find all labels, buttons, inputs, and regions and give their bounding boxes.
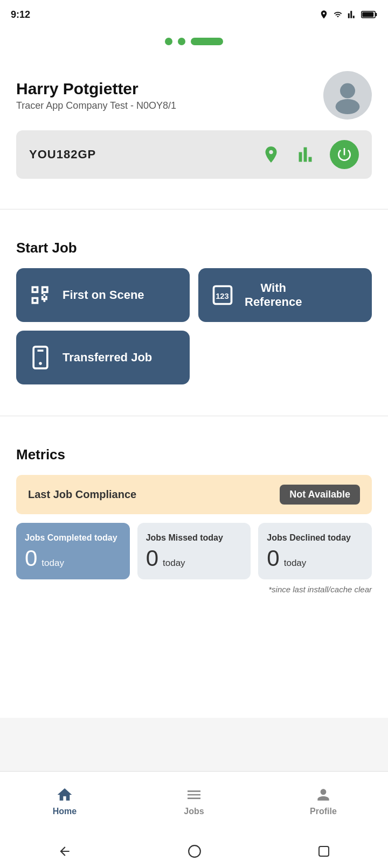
compliance-bar: Last Job Compliance Not Available [16,475,372,514]
svg-point-3 [340,83,355,99]
jobs-missed-today: today [163,558,185,569]
onboarding-dots [0,27,388,58]
location-button-icon [261,145,281,164]
status-icons [319,9,377,20]
ref-icon: 123 [209,282,236,309]
bottom-nav: Home Jobs Profile [0,771,388,836]
home-nav-label: Home [53,807,77,816]
transferred-job-label: Transferred Job [63,351,152,365]
back-icon [58,844,72,858]
with-reference-label: WithReference [245,281,302,310]
jobs-declined-title: Jobs Declined today [267,533,363,544]
location-button[interactable] [257,140,286,169]
jobs-completed-title: Jobs Completed today [25,533,121,544]
signal-status-icon [347,10,358,19]
svg-rect-2 [362,12,373,17]
android-home-button[interactable] [188,844,202,860]
user-name: Harry Potgietter [16,80,176,98]
wifi-status-icon [332,10,344,19]
svg-point-10 [189,845,200,857]
signal-button[interactable] [293,140,322,169]
metrics-section: Metrics Last Job Compliance Not Availabl… [0,431,388,610]
first-on-scene-label: First on Scene [63,288,144,302]
svg-point-9 [39,362,42,365]
first-on-scene-button[interactable]: First on Scene [16,268,190,322]
jobs-completed-number: 0 [25,547,37,570]
start-job-section: Start Job First on Scene [0,225,388,401]
svg-rect-11 [319,846,329,856]
svg-point-4 [336,99,360,114]
onboarding-dot-2[interactable] [178,38,185,45]
compliance-label: Last Job Compliance [28,488,136,501]
jobs-nav-icon [185,786,203,803]
metrics-grid: Jobs Completed today 0 today Jobs Missed… [16,523,372,579]
jobs-missed-number: 0 [146,547,158,570]
signal-button-icon [298,145,317,164]
start-job-title: Start Job [16,225,372,268]
location-status-icon [319,9,329,20]
nav-home[interactable]: Home [0,772,129,836]
job-buttons: First on Scene 123 WithReference [16,268,372,401]
phone-icon [27,344,54,371]
qr-icon [27,282,54,309]
onboarding-dot-1[interactable] [165,38,172,45]
jobs-nav-label: Jobs [184,807,204,816]
jobs-declined-today: today [284,558,307,569]
jobs-missed-title: Jobs Missed today [146,533,242,544]
avatar-icon [329,76,366,114]
power-button[interactable] [330,140,359,169]
section-divider-2 [0,416,388,416]
svg-text:123: 123 [216,292,228,300]
jobs-declined-value: 0 today [267,547,363,570]
profile-nav-icon [315,786,332,803]
profile-nav-label: Profile [310,807,337,816]
status-bar: 9:12 [0,0,388,27]
jobs-missed-value: 0 today [146,547,242,570]
section-divider-1 [0,209,388,209]
jobs-completed-today: today [41,558,64,569]
jobs-completed-card: Jobs Completed today 0 today [16,523,130,579]
vehicle-card: YOU182GP [16,130,372,179]
power-button-icon [336,146,353,163]
compliance-badge: Not Available [280,485,360,505]
home-circle-icon [188,844,202,858]
with-reference-button[interactable]: 123 WithReference [198,268,372,322]
vehicle-id: YOU182GP [29,148,96,162]
square-icon [317,845,330,858]
jobs-completed-value: 0 today [25,547,121,570]
status-time: 9:12 [11,9,30,20]
nav-jobs[interactable]: Jobs [129,772,259,836]
android-back-button[interactable] [58,844,72,860]
jobs-declined-number: 0 [267,547,279,570]
home-nav-icon [56,786,73,803]
since-note: *since last install/cache clear [16,585,372,594]
transferred-job-button[interactable]: Transferred Job [16,331,190,384]
profile-info: Harry Potgietter Tracer App Company Test… [16,80,176,111]
onboarding-dot-3[interactable] [191,38,223,45]
svg-rect-1 [375,13,377,16]
battery-status-icon [361,10,377,19]
company-name: Tracer App Company Test - N0OY8/1 [16,100,176,111]
profile-section: Harry Potgietter Tracer App Company Test… [0,58,388,130]
android-nav [0,836,388,868]
jobs-missed-card: Jobs Missed today 0 today [137,523,251,579]
metrics-title: Metrics [16,431,372,475]
avatar [323,71,372,120]
jobs-declined-card: Jobs Declined today 0 today [258,523,372,579]
vehicle-actions [257,140,359,169]
android-recents-button[interactable] [317,845,330,859]
nav-profile[interactable]: Profile [259,772,388,836]
